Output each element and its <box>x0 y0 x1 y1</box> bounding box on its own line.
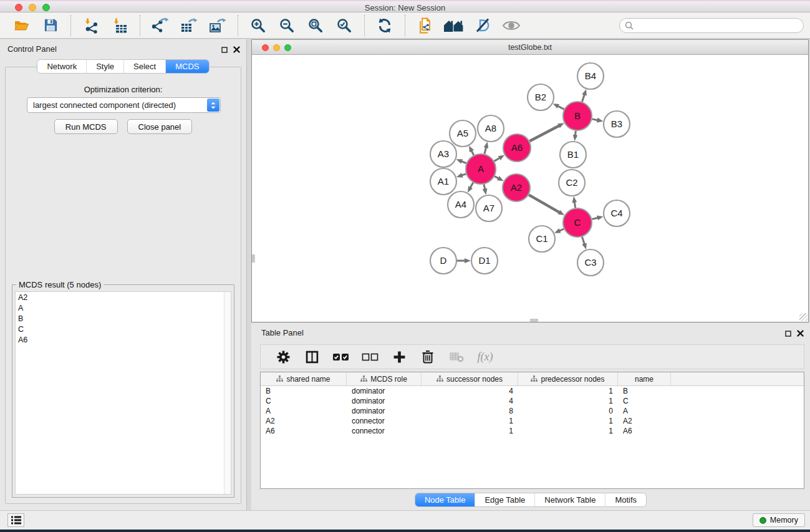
network-graph[interactable]: AA2A6BCA1A3A4A5A7A8B1B2B3B4C1C2C3C4DD1 <box>252 56 808 322</box>
network-window-titlebar[interactable]: testGlobe.txt <box>252 40 808 55</box>
table-cell[interactable]: 1 <box>422 427 518 435</box>
graph-edge-B-B4[interactable] <box>582 95 585 102</box>
graph-node-B4[interactable] <box>577 63 604 89</box>
table-cell[interactable]: A2 <box>261 417 347 425</box>
column-browser-icon[interactable] <box>304 348 320 365</box>
result-scrollbar[interactable] <box>224 292 231 494</box>
tab-edge-table[interactable]: Edge Table <box>475 493 534 506</box>
graph-edge-C-C3[interactable] <box>582 237 585 244</box>
graph-edge-C-C4[interactable] <box>592 218 598 219</box>
table-cell[interactable]: A2 <box>618 417 671 425</box>
close-panel-icon[interactable] <box>233 44 240 56</box>
table-cell[interactable]: dominator <box>347 397 422 405</box>
graph-node-A[interactable] <box>466 154 496 184</box>
tab-select[interactable]: Select <box>123 60 165 73</box>
close-panel-button[interactable]: Close panel <box>127 119 193 134</box>
graph-node-D1[interactable] <box>471 248 498 274</box>
table-row[interactable]: Cdominator41C <box>261 396 804 406</box>
graph-edge-A6-B[interactable] <box>529 125 559 141</box>
graph-node-C1[interactable] <box>529 226 555 252</box>
table-cell[interactable]: C <box>261 397 347 405</box>
home-icon[interactable] <box>443 15 465 36</box>
graph-edge-A-A7[interactable] <box>484 185 485 190</box>
graph-edge-A-A4[interactable] <box>470 183 473 188</box>
tab-network[interactable]: Network <box>37 60 86 73</box>
tab-motifs[interactable]: Motifs <box>605 493 646 506</box>
graph-node-A6[interactable] <box>503 134 531 162</box>
table-cell[interactable]: A6 <box>261 427 347 435</box>
search-field[interactable] <box>619 18 804 33</box>
table-cell[interactable]: 8 <box>422 407 518 415</box>
deselect-all-rows-icon[interactable] <box>362 348 378 365</box>
mcds-result-item[interactable]: C <box>16 324 231 334</box>
table-cell[interactable]: B <box>618 387 671 395</box>
graph-node-C2[interactable] <box>559 170 585 196</box>
export-network-icon[interactable] <box>150 15 171 36</box>
graph-edge-A-A8[interactable] <box>485 147 486 154</box>
canvas-vscroll-thumb[interactable] <box>252 254 255 263</box>
graph-edge-C-C1[interactable] <box>559 229 564 231</box>
table-cell[interactable]: 1 <box>518 397 618 405</box>
zoom-fit-icon[interactable] <box>305 15 326 36</box>
graph-edge-B-B3[interactable] <box>592 119 598 120</box>
column-header-successor-nodes[interactable]: successor nodes <box>422 372 518 385</box>
graph-node-A1[interactable] <box>430 168 456 195</box>
column-header-name[interactable]: name <box>618 372 671 385</box>
table-cell[interactable]: B <box>261 387 347 395</box>
criterion-select[interactable]: largest connected component (directed) <box>27 97 221 113</box>
table-cell[interactable]: 4 <box>422 387 518 395</box>
table-cell[interactable]: A <box>618 407 671 415</box>
table-settings-gear-icon[interactable] <box>275 348 291 365</box>
refresh-view-icon[interactable] <box>374 15 395 36</box>
delete-column-trash-icon[interactable] <box>420 348 436 365</box>
graph-node-C3[interactable] <box>577 249 604 276</box>
export-table-icon[interactable] <box>178 15 200 36</box>
graph-node-A7[interactable] <box>476 195 502 221</box>
mcds-result-item[interactable]: A2 <box>16 292 231 302</box>
graph-node-B3[interactable] <box>604 111 630 137</box>
graph-edge-A-A5[interactable] <box>471 151 474 155</box>
eye-icon[interactable] <box>501 15 522 36</box>
import-table-icon[interactable] <box>109 15 130 36</box>
graph-edge-A2-C[interactable] <box>529 195 559 212</box>
window-resize-grip[interactable] <box>799 313 808 321</box>
tab-mcds[interactable]: MCDS <box>165 60 208 73</box>
graph-node-B[interactable] <box>563 102 592 130</box>
add-column-icon[interactable] <box>391 348 407 365</box>
graph-node-B1[interactable] <box>560 142 586 168</box>
close-panel-icon[interactable] <box>797 328 804 339</box>
tab-style[interactable]: Style <box>86 60 123 73</box>
search-input[interactable] <box>637 21 798 30</box>
run-mcds-button[interactable]: Run MCDS <box>54 119 118 134</box>
mcds-result-item[interactable]: B <box>16 313 231 324</box>
table-row[interactable]: Adominator80A <box>261 406 804 416</box>
open-session-icon[interactable] <box>11 15 32 36</box>
zoom-in-icon[interactable] <box>248 15 269 36</box>
select-all-rows-icon[interactable] <box>332 348 349 365</box>
graph-edge-A-A3[interactable] <box>461 162 466 163</box>
table-cell[interactable]: C <box>618 397 671 405</box>
table-cell[interactable]: 1 <box>518 387 618 395</box>
task-history-button[interactable] <box>7 513 24 527</box>
tab-network-table[interactable]: Network Table <box>534 493 605 506</box>
table-cell[interactable]: A <box>261 407 347 415</box>
column-header-predecessor-nodes[interactable]: predecessor nodes <box>518 372 618 385</box>
graph-edge-B-B2[interactable] <box>558 106 564 109</box>
memory-button[interactable]: Memory <box>753 513 805 527</box>
float-panel-icon[interactable] <box>221 44 228 56</box>
table-cell[interactable]: dominator <box>347 407 422 415</box>
table-row[interactable]: Bdominator41B <box>261 386 804 396</box>
mcds-result-item[interactable]: A <box>16 302 231 313</box>
column-header-shared-name[interactable]: shared name <box>261 372 347 385</box>
mcds-result-item[interactable]: A6 <box>16 334 231 345</box>
graph-edge-A-A1[interactable] <box>461 174 466 175</box>
table-cell[interactable]: 4 <box>422 397 518 405</box>
table-cell[interactable]: connector <box>347 427 422 435</box>
table-cell[interactable]: dominator <box>347 387 422 395</box>
graph-edge-A-A6[interactable] <box>494 158 500 161</box>
tab-node-table[interactable]: Node Table <box>415 493 475 506</box>
graph-node-A2[interactable] <box>503 174 530 201</box>
network-canvas[interactable]: AA2A6BCA1A3A4A5A7A8B1B2B3B4C1C2C3C4DD1 <box>252 56 808 322</box>
table-cell[interactable]: 1 <box>518 417 618 425</box>
graph-edge-A-A2[interactable] <box>494 177 499 179</box>
